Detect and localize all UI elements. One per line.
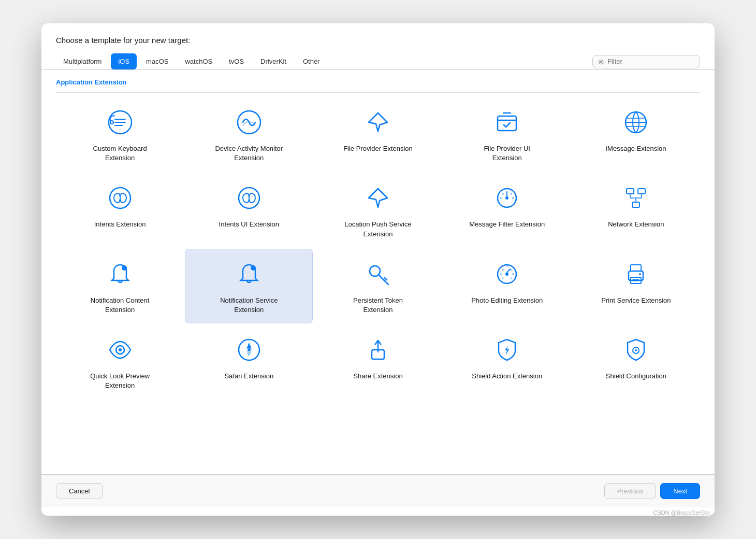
svg-point-12 bbox=[502, 193, 504, 195]
printer-icon bbox=[619, 258, 652, 291]
svg-line-29 bbox=[507, 269, 510, 273]
tab-items: Multiplatform iOS macOS watchOS tvOS Dri… bbox=[56, 53, 592, 69]
extension-network[interactable]: Network Extension bbox=[572, 173, 700, 247]
infinity2-icon bbox=[232, 181, 266, 215]
extension-name: Message Filter Extension bbox=[469, 220, 545, 229]
extension-name: Photo Editing Extension bbox=[471, 296, 543, 305]
template-dialog: Choose a template for your new target: M… bbox=[41, 23, 715, 516]
next-button[interactable]: Next bbox=[660, 483, 700, 499]
bell-dot-icon bbox=[104, 258, 137, 291]
section-header: Application Extension bbox=[56, 70, 700, 93]
svg-line-26 bbox=[385, 278, 387, 280]
tab-bar: Multiplatform iOS macOS watchOS tvOS Dri… bbox=[41, 53, 715, 70]
svg-point-46 bbox=[248, 348, 251, 351]
dial-icon bbox=[490, 181, 524, 215]
extension-imessage[interactable]: iMessage Extension bbox=[572, 97, 700, 172]
footer-left: Cancel bbox=[56, 483, 103, 499]
filter-icon: ⊜ bbox=[598, 58, 604, 66]
extension-name: Intents UI Extension bbox=[219, 220, 279, 229]
extension-shield-action[interactable]: Shield Action Extension bbox=[443, 324, 571, 399]
extension-print-service[interactable]: Print Service Extension bbox=[572, 249, 700, 323]
dialog-footer: Cancel Previous Next bbox=[41, 474, 715, 507]
extension-name: File Provider Extension bbox=[343, 144, 413, 153]
extension-share[interactable]: Share Extension bbox=[314, 324, 442, 399]
extension-name: Notification Service Extension bbox=[210, 296, 288, 315]
extension-name: Print Service Extension bbox=[601, 296, 671, 305]
svg-point-22 bbox=[251, 265, 256, 271]
filter-container[interactable]: ⊜ bbox=[592, 55, 700, 68]
extension-notification-service[interactable]: Notification Service Extension bbox=[185, 249, 313, 323]
svg-point-33 bbox=[510, 269, 512, 271]
svg-point-35 bbox=[510, 277, 512, 279]
tab-other[interactable]: Other bbox=[296, 53, 327, 69]
dial2-icon bbox=[490, 258, 524, 291]
tab-ios[interactable]: iOS bbox=[111, 53, 137, 69]
svg-marker-48 bbox=[246, 351, 252, 357]
keyboard-icon bbox=[104, 106, 137, 139]
extension-file-provider[interactable]: File Provider Extension bbox=[314, 97, 442, 172]
extension-name: Quick Look Preview Extension bbox=[81, 372, 159, 390]
tab-tvos[interactable]: tvOS bbox=[222, 53, 251, 69]
svg-point-32 bbox=[502, 269, 504, 271]
extension-safari[interactable]: Safari Extension bbox=[185, 324, 313, 399]
infinity-icon bbox=[104, 181, 137, 215]
location-push-icon bbox=[361, 181, 395, 215]
svg-point-21 bbox=[122, 265, 127, 271]
footer-right: Previous Next bbox=[604, 483, 700, 499]
extension-name: Intents Extension bbox=[94, 220, 146, 229]
extension-name: iMessage Extension bbox=[606, 144, 666, 153]
svg-rect-15 bbox=[638, 189, 645, 194]
extension-intents-ui[interactable]: Intents UI Extension bbox=[185, 173, 313, 247]
extension-location-push[interactable]: Location Push Service Extension bbox=[314, 173, 442, 247]
svg-point-13 bbox=[510, 193, 512, 195]
extension-persistent-token[interactable]: Persistent Token Extension bbox=[314, 249, 442, 323]
svg-point-36 bbox=[506, 265, 508, 267]
svg-point-34 bbox=[502, 277, 504, 279]
previous-button[interactable]: Previous bbox=[604, 483, 657, 499]
shield-gear-icon bbox=[619, 333, 652, 366]
svg-point-10 bbox=[500, 197, 502, 199]
key-icon bbox=[361, 258, 395, 291]
content-area: Application Extension Custom Keyboard Ex… bbox=[41, 70, 715, 474]
tab-watchos[interactable]: watchOS bbox=[178, 53, 220, 69]
compass-icon bbox=[232, 333, 266, 366]
watermark: CSDN @BruceGerGer bbox=[41, 507, 715, 516]
share-icon bbox=[361, 333, 395, 366]
extension-name: Custom Keyboard Extension bbox=[81, 144, 159, 163]
filter-input[interactable] bbox=[607, 58, 694, 65]
tab-macos[interactable]: macOS bbox=[139, 53, 176, 69]
extension-name: Shield Action Extension bbox=[472, 372, 542, 381]
cancel-button[interactable]: Cancel bbox=[56, 483, 103, 499]
extension-quick-look[interactable]: Quick Look Preview Extension bbox=[56, 324, 184, 399]
svg-point-52 bbox=[635, 349, 637, 351]
extension-name: Persistent Token Extension bbox=[339, 296, 417, 315]
extension-name: Device Activity Monitor Extension bbox=[210, 144, 288, 163]
svg-rect-14 bbox=[627, 189, 634, 194]
extension-name: Safari Extension bbox=[224, 372, 273, 381]
svg-point-23 bbox=[370, 266, 380, 276]
extension-intents[interactable]: Intents Extension bbox=[56, 173, 184, 247]
dialog-title: Choose a template for your new target: bbox=[56, 36, 190, 45]
svg-point-30 bbox=[500, 273, 502, 275]
extension-name: File Provider UI Extension bbox=[468, 144, 546, 163]
extension-device-activity[interactable]: Device Activity Monitor Extension bbox=[185, 97, 313, 172]
extension-name: Share Extension bbox=[353, 372, 402, 381]
globe-icon bbox=[619, 106, 652, 139]
svg-point-31 bbox=[512, 273, 514, 275]
network-icon bbox=[619, 181, 652, 215]
extension-notification-content[interactable]: Notification Content Extension bbox=[56, 249, 184, 323]
eye-icon bbox=[104, 333, 137, 366]
extension-message-filter[interactable]: Message Filter Extension bbox=[443, 173, 571, 247]
extension-photo-editing[interactable]: Photo Editing Extension bbox=[443, 249, 571, 323]
extension-shield-config[interactable]: Shield Configuration bbox=[572, 324, 700, 399]
shield-bolt-icon bbox=[490, 333, 524, 366]
tab-driverkit[interactable]: DriverKit bbox=[253, 53, 294, 69]
extensions-grid: Custom Keyboard Extension Device Activit… bbox=[56, 93, 700, 404]
svg-marker-47 bbox=[246, 343, 252, 349]
extension-custom-keyboard[interactable]: Custom Keyboard Extension bbox=[56, 97, 184, 172]
extension-file-provider-ui[interactable]: File Provider UI Extension bbox=[443, 97, 571, 172]
tab-multiplatform[interactable]: Multiplatform bbox=[56, 53, 109, 69]
location-arrow-icon bbox=[361, 106, 395, 139]
extension-name: Location Push Service Extension bbox=[339, 220, 417, 238]
svg-rect-16 bbox=[632, 202, 639, 207]
